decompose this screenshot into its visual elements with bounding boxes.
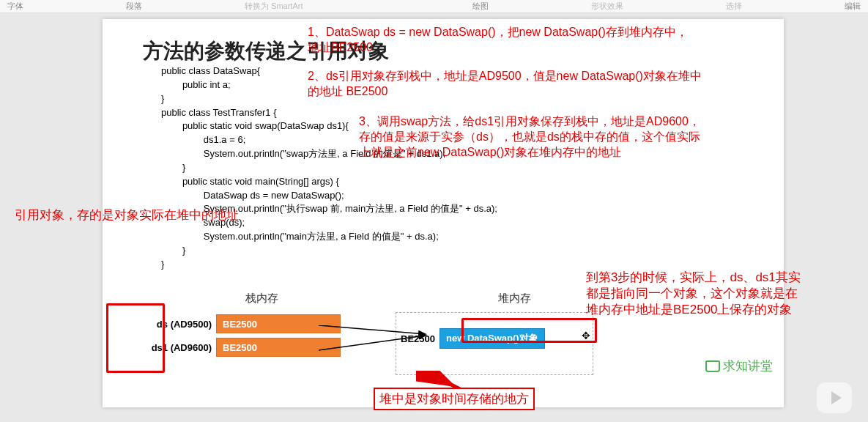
heap-title: 堆内存 <box>498 292 531 306</box>
play-icon <box>831 391 842 404</box>
book-icon <box>705 360 720 372</box>
stack-row: ds (AD9500) BE2500 <box>136 314 341 334</box>
brand-text: 求知讲堂 <box>723 358 773 374</box>
annotation-1: 1、DataSwap ds = new DataSwap()，把new Data… <box>308 25 689 56</box>
workspace: 方法的参数传递之引用对象 public class DataSwap{ publ… <box>0 13 868 422</box>
convert-smartart-button[interactable]: 转换为 SmartArt <box>245 1 303 12</box>
ribbon: 字体 段落 转换为 SmartArt 绘图 形状效果 选择 编辑 <box>0 0 868 13</box>
shape-effects-button[interactable]: 形状效果 <box>591 1 623 12</box>
arrow-stack-to-heap-icon <box>319 325 450 369</box>
stack-title: 栈内存 <box>245 292 278 306</box>
red-highlight-box <box>106 303 165 373</box>
stack-rows: ds (AD9500) BE2500 ds1 (AD9600) BE2500 <box>136 314 341 360</box>
caption-box: 堆中是对象时间存储的地方 <box>374 388 535 410</box>
move-cursor-icon: ✥ <box>582 330 590 341</box>
annotation-3: 3、调用swap方法，给ds1引用对象保存到栈中，地址是AD9600，存的值是来… <box>359 114 703 160</box>
svg-line-1 <box>319 325 425 334</box>
slide: 方法的参数传递之引用对象 public class DataSwap{ publ… <box>103 19 784 407</box>
brand-logo: 求知讲堂 <box>705 358 773 374</box>
svg-line-2 <box>319 336 425 350</box>
annotation-2: 2、ds引用对象存到栈中，地址是AD9500，值是new DataSwap()对… <box>308 69 711 100</box>
ribbon-group-edit: 编辑 <box>845 1 861 12</box>
select-button[interactable]: 选择 <box>726 1 742 12</box>
ribbon-group-draw: 绘图 <box>472 1 489 12</box>
ribbon-group-font: 字体 <box>7 1 23 12</box>
annotation-left: 引用对象，存的是对象实际在堆中的地址 <box>15 207 256 223</box>
stack-row: ds1 (AD9600) BE2500 <box>136 337 341 358</box>
ribbon-group-paragraph: 段落 <box>126 1 142 12</box>
red-highlight-box <box>461 318 597 343</box>
annotation-right: 到第3步的时候，实际上，ds、ds1其实都是指向同一个对象，这个对象就是在堆内存… <box>586 270 806 318</box>
